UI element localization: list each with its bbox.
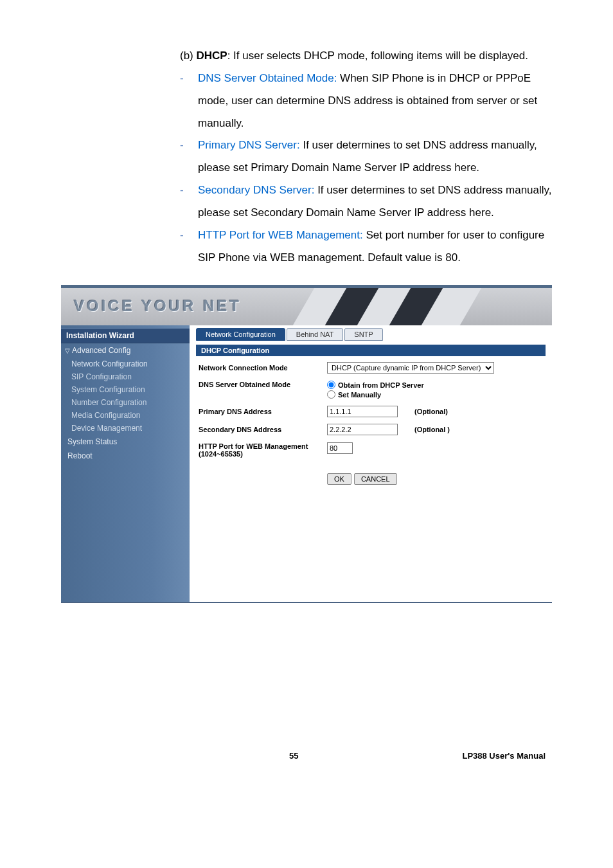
manual-name: LP388 User's Manual [462,751,546,761]
row-connection-mode: Network Connection Mode DHCP (Capture dy… [196,359,546,377]
cancel-button[interactable]: CANCEL [354,473,397,485]
opt-secondary: (Optional ) [414,426,450,433]
sidebar-link-network[interactable]: Network Configuration [61,357,190,370]
opt-primary: (Optional) [414,408,448,415]
sidebar-link-media[interactable]: Media Configuration [61,409,190,422]
radio-label-manual: Set Manually [338,391,381,399]
label-primary-dns: Primary DNS Address [199,408,327,415]
sidebar: Installation Wizard Advanced Config Netw… [61,325,190,602]
doc-item-secondary-dns: Secondary DNS Server: If user determines… [180,179,552,224]
banner-title: VOICE YOUR NET [74,297,242,315]
button-row: OK CANCEL [327,473,546,485]
doc-item-primary-dns: Primary DNS Server: If user determines t… [180,134,552,179]
label-secondary-dns: Secondary DNS Address [199,426,327,433]
doc-item-http-port: HTTP Port for WEB Management: Set port n… [180,224,552,269]
tab-sntp[interactable]: SNTP [344,328,382,341]
sidebar-link-number[interactable]: Number Configuration [61,396,190,409]
row-dns-mode: DNS Server Obtained Mode Obtain from DHC… [196,377,546,402]
doc-item-dns-mode: DNS Server Obtained Mode: When SIP Phone… [180,68,552,135]
blue-label-2: Secondary DNS Server: [198,184,317,196]
row-primary-dns: Primary DNS Address (Optional) [196,402,546,420]
row-secondary-dns: Secondary DNS Address (Optional ) [196,420,546,439]
row-http-port: HTTP Port for WEB Management(1024~65535) [196,439,546,462]
label-dns-mode: DNS Server Obtained Mode [199,381,327,388]
input-http-port[interactable] [327,442,353,454]
select-connection-mode[interactable]: DHCP (Capture dynamic IP from DHCP Serve… [327,362,494,374]
input-primary-dns[interactable] [327,406,398,417]
sidebar-link-sip[interactable]: SIP Configuration [61,370,190,383]
footer: 55 LP388 User's Manual [61,751,552,761]
blue-label-0: DNS Server Obtained Mode: [198,72,340,84]
panel-title: DHCP Configuration [196,345,546,356]
screenshot: VOICE YOUR NET Installation Wizard Advan… [61,285,552,603]
sidebar-status[interactable]: System Status [61,435,190,449]
tab-behind-nat[interactable]: Behind NAT [287,328,344,341]
doc-item-b: (b) DHCP: If user selects DHCP mode, fol… [180,45,552,68]
radio-obtain-dhcp[interactable] [327,381,335,389]
label-http-port: HTTP Port for WEB Management(1024~65535) [199,442,327,458]
radio-label-obtain: Obtain from DHCP Server [338,381,424,389]
banner: VOICE YOUR NET [61,288,552,325]
b-text: : If user selects DHCP mode, following i… [227,50,528,62]
sidebar-reboot[interactable]: Reboot [61,449,190,463]
sidebar-link-device[interactable]: Device Management [61,422,190,435]
blue-label-3: HTTP Port for WEB Management: [198,229,366,241]
radio-set-manually[interactable] [327,390,335,399]
label-connection-mode: Network Connection Mode [199,364,327,372]
sidebar-link-system[interactable]: System Configuration [61,383,190,396]
tabs: Network Configuration Behind NAT SNTP [196,328,546,341]
ok-button[interactable]: OK [327,473,351,485]
sidebar-advanced[interactable]: Advanced Config [61,343,190,357]
banner-graphic [308,288,468,325]
b-bold: DHCP [197,50,227,62]
tab-network[interactable]: Network Configuration [196,328,285,341]
b-prefix: (b) [180,50,197,62]
content-area: Network Configuration Behind NAT SNTP DH… [190,325,552,602]
sidebar-wizard[interactable]: Installation Wizard [61,328,190,343]
page-number: 55 [289,751,298,761]
input-secondary-dns[interactable] [327,424,398,435]
blue-label-1: Primary DNS Server: [198,139,303,151]
